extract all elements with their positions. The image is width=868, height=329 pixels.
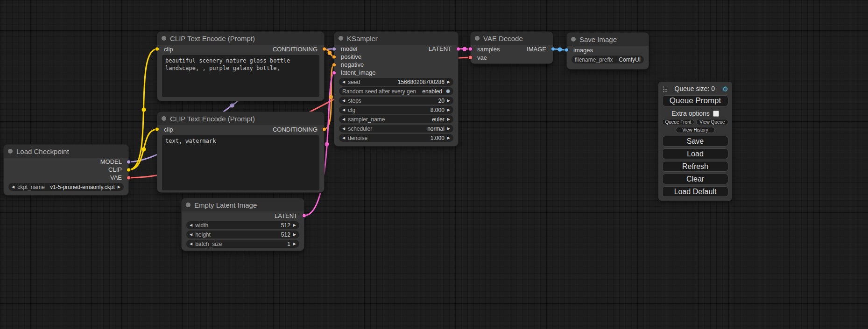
settings-gear-icon[interactable]: ⚙ (722, 85, 728, 92)
slot-row: clip CONDITIONING (157, 125, 324, 133)
comfy-menu-panel[interactable]: Queue size: 0 ⚙ Queue Prompt Extra optio… (658, 82, 732, 201)
node-collapse-dot[interactable] (475, 36, 480, 41)
graph-canvas[interactable]: Load Checkpoint MODEL CLIP VAE ◀ ckpt_na… (0, 0, 868, 329)
node-collapse-dot[interactable] (8, 149, 13, 154)
input-slot-positive-dot[interactable] (332, 55, 336, 59)
widget-cfg[interactable]: ◀ cfg 8.000 ▶ (339, 106, 453, 114)
node-collapse-dot[interactable] (339, 36, 343, 41)
decrement-arrow-icon[interactable]: ◀ (190, 233, 192, 237)
decrement-arrow-icon[interactable]: ◀ (342, 136, 345, 140)
increment-arrow-icon[interactable]: ▶ (447, 127, 450, 131)
clear-button[interactable]: Clear (662, 174, 728, 184)
node-collapse-dot[interactable] (162, 36, 166, 41)
input-slot-clip-dot[interactable] (155, 127, 159, 132)
widget-steps[interactable]: ◀ steps 20 ▶ (339, 97, 453, 105)
extra-options-label: Extra options (671, 110, 710, 117)
output-slot-conditioning-dot[interactable] (322, 127, 326, 132)
increment-arrow-icon[interactable]: ▶ (447, 80, 450, 84)
drag-handle-icon[interactable] (662, 85, 667, 92)
decrement-arrow-icon[interactable]: ◀ (342, 118, 345, 121)
queue-front-button[interactable]: Queue Front (662, 119, 694, 125)
prompt-textarea[interactable]: text, watermark (162, 135, 319, 190)
input-slot-row: latent_image (334, 69, 458, 77)
node-load-checkpoint[interactable]: Load Checkpoint MODEL CLIP VAE ◀ ckpt_na… (4, 145, 128, 195)
decrement-arrow-icon[interactable]: ◀ (342, 80, 345, 84)
node-title: CLIP Text Encode (Prompt) (170, 35, 255, 42)
node-titlebar[interactable]: Empty Latent Image (182, 198, 304, 211)
view-queue-button[interactable]: View Queue (696, 119, 728, 125)
node-collapse-dot[interactable] (162, 116, 166, 121)
input-slot-clip-dot[interactable] (155, 47, 159, 51)
decrement-arrow-icon[interactable]: ◀ (12, 185, 14, 189)
output-slot-latent-dot[interactable] (456, 47, 460, 51)
node-ksampler[interactable]: KSampler model LATENT positive negative … (334, 32, 458, 146)
decrement-arrow-icon[interactable]: ◀ (342, 108, 345, 112)
input-slot-negative-dot[interactable] (332, 63, 336, 67)
widget-value: 1.000 (430, 135, 445, 141)
output-slot-model-dot[interactable] (127, 160, 131, 164)
input-slot-samples-dot[interactable] (468, 47, 473, 51)
widget-width[interactable]: ◀ width 512 ▶ (186, 221, 299, 229)
node-clip-text-encode-positive[interactable]: CLIP Text Encode (Prompt) clip CONDITION… (157, 32, 324, 101)
extra-options-checkbox[interactable] (713, 111, 719, 117)
refresh-button[interactable]: Refresh (662, 161, 728, 172)
widget-scheduler[interactable]: ◀ scheduler normal ▶ (339, 125, 453, 133)
widget-sampler-name[interactable]: ◀ sampler_name euler ▶ (339, 115, 453, 123)
load-button[interactable]: Load (662, 148, 728, 159)
widget-name: filename_prefix (575, 56, 613, 63)
output-slot-image-dot[interactable] (551, 47, 555, 51)
node-save-image[interactable]: Save Image images filename_prefix ComfyU… (567, 33, 649, 69)
widget-ckpt-name[interactable]: ◀ ckpt_name v1-5-pruned-emaonly.ckpt ▶ (8, 183, 124, 191)
decrement-arrow-icon[interactable]: ◀ (342, 99, 345, 103)
increment-arrow-icon[interactable]: ▶ (447, 136, 450, 140)
decrement-arrow-icon[interactable]: ◀ (190, 224, 192, 227)
input-slot-vae-dot[interactable] (468, 56, 473, 60)
widget-seed[interactable]: ◀ seed 156680208700286 ▶ (339, 78, 453, 86)
load-default-button[interactable]: Load Default (662, 186, 728, 197)
increment-arrow-icon[interactable]: ▶ (293, 242, 296, 246)
node-titlebar[interactable]: CLIP Text Encode (Prompt) (157, 32, 324, 45)
increment-arrow-icon[interactable]: ▶ (118, 185, 120, 189)
output-slot-label: LATENT (429, 45, 452, 52)
decrement-arrow-icon[interactable]: ◀ (190, 242, 192, 246)
output-slot-conditioning-dot[interactable] (322, 47, 326, 51)
input-slot-latent-image-dot[interactable] (332, 70, 336, 75)
widget-value: 1 (287, 241, 290, 247)
node-collapse-dot[interactable] (571, 37, 576, 42)
widget-height[interactable]: ◀ height 512 ▶ (186, 231, 299, 238)
input-slot-label: vae (477, 54, 487, 61)
increment-arrow-icon[interactable]: ▶ (293, 233, 296, 237)
widget-batch-size[interactable]: ◀ batch_size 1 ▶ (186, 240, 299, 248)
prompt-textarea[interactable]: beautiful scenery nature glass bottle la… (162, 55, 319, 97)
node-clip-text-encode-negative[interactable]: CLIP Text Encode (Prompt) clip CONDITION… (157, 112, 324, 192)
output-slot-clip-dot[interactable] (127, 168, 131, 172)
node-empty-latent-image[interactable]: Empty Latent Image LATENT ◀ width 512 ▶ … (182, 198, 304, 251)
increment-arrow-icon[interactable]: ▶ (447, 108, 450, 112)
widget-filename-prefix[interactable]: filename_prefix ComfyUI (572, 56, 644, 63)
increment-arrow-icon[interactable]: ▶ (447, 118, 450, 121)
node-titlebar[interactable]: Save Image (567, 33, 649, 46)
widget-denoise[interactable]: ◀ denoise 1.000 ▶ (339, 134, 453, 142)
toggle-dot-icon[interactable] (446, 89, 450, 93)
input-slot-label: positive (341, 53, 361, 60)
output-slot-latent-dot[interactable] (302, 214, 306, 218)
node-vae-decode[interactable]: VAE Decode samples IMAGE vae (471, 32, 553, 63)
widget-value: 512 (281, 222, 290, 229)
output-slot-vae-dot[interactable] (127, 175, 131, 180)
increment-arrow-icon[interactable]: ▶ (447, 99, 450, 103)
widget-random-seed-toggle[interactable]: Random seed after every gen enabled (339, 87, 453, 95)
input-slot-images-dot[interactable] (565, 48, 569, 52)
widget-name: width (195, 222, 208, 229)
increment-arrow-icon[interactable]: ▶ (293, 224, 296, 227)
node-titlebar[interactable]: KSampler (334, 32, 458, 45)
input-slot-label: model (341, 45, 357, 52)
node-titlebar[interactable]: Load Checkpoint (4, 145, 128, 158)
save-button[interactable]: Save (662, 136, 728, 147)
view-history-button[interactable]: View History (676, 127, 715, 133)
input-slot-model-dot[interactable] (332, 47, 336, 51)
queue-prompt-button[interactable]: Queue Prompt (662, 95, 728, 106)
node-titlebar[interactable]: CLIP Text Encode (Prompt) (157, 112, 324, 125)
node-titlebar[interactable]: VAE Decode (471, 32, 553, 45)
node-collapse-dot[interactable] (186, 203, 191, 207)
decrement-arrow-icon[interactable]: ◀ (342, 127, 345, 131)
